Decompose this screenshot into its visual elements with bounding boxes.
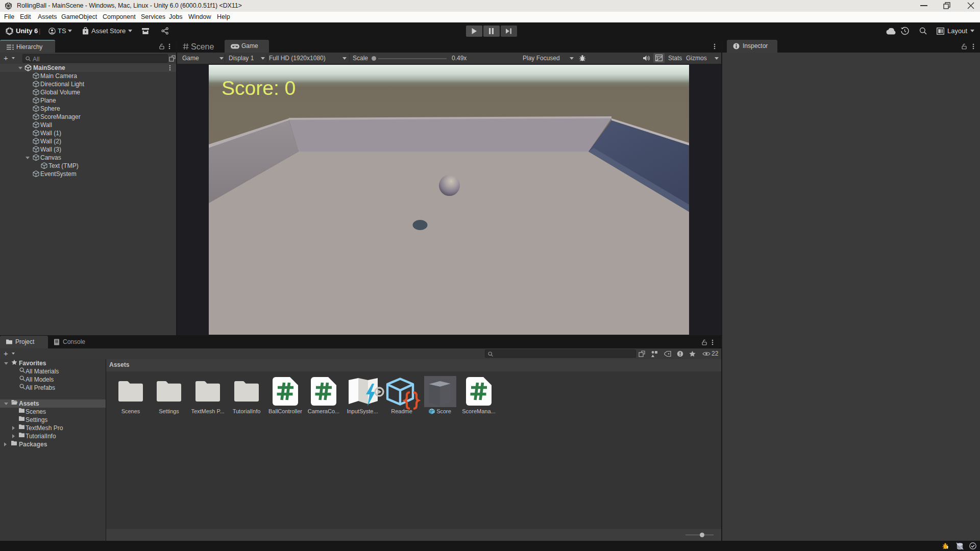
- svg-text:Score: 0: Score: 0: [222, 77, 296, 99]
